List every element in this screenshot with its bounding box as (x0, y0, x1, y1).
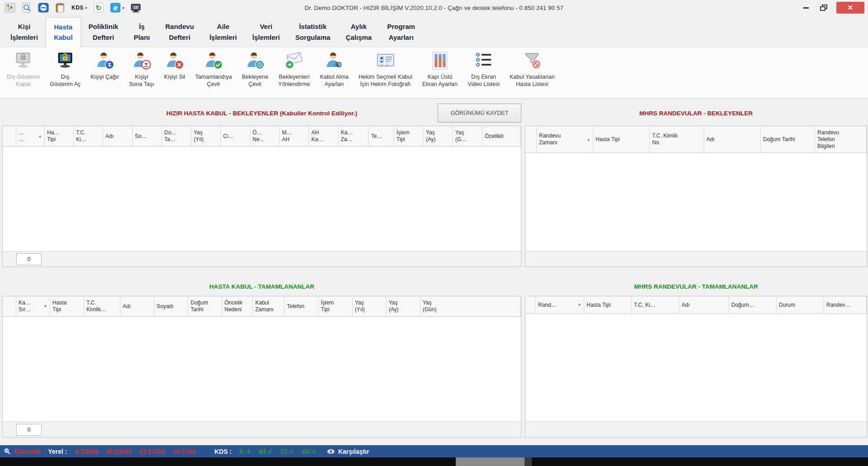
column-ozellikli[interactable]: Özellikli (482, 126, 521, 146)
column-cinsiyet[interactable]: Ci… (221, 126, 250, 146)
dropdown-caret-icon[interactable]: ▾ (122, 5, 124, 10)
column-randevu-zamani[interactable]: Rand…▼ (536, 296, 584, 314)
svg-text:↺: ↺ (134, 5, 138, 10)
column-ah-kabul[interactable]: AH Ka… (309, 126, 339, 146)
column-kabul-sirasi[interactable]: Ka… Sır…▼ (16, 296, 50, 316)
sort-descending-icon: ▼ (42, 304, 48, 309)
tab-aylik-calisma[interactable]: Aylık Çalışma (338, 17, 380, 47)
column-hasta-tipi[interactable]: Hasta Tipi (593, 126, 650, 152)
column-yas-gun[interactable]: Yaş (G… (453, 126, 482, 146)
monitor-lock-icon (13, 50, 33, 71)
section-title-mhrs-tamamlananlar: MHRS RANDEVULAR - TAMAMLANANLAR (634, 283, 758, 290)
kds-dropdown[interactable]: KDS▾ (72, 2, 87, 14)
column-kabul-zamani[interactable]: Kabul Zamanı (253, 296, 285, 316)
ribbon-toolbar: Dış Gösterim KapatDış Gösterim AçKişiyi … (0, 47, 868, 99)
taskbar-item[interactable] (525, 457, 532, 466)
column-mevcut-ah[interactable]: M… AH (280, 126, 309, 146)
column-islem-tipi[interactable]: İşlem Tipi (394, 126, 424, 146)
toolbar-bekleyene-cevir[interactable]: Bekleyene Çevir (237, 49, 273, 88)
svg-text:↻: ↻ (95, 4, 101, 12)
toolbar-kabul-alma-ayarlari[interactable]: ⚙Kabul Alma Ayarları (315, 49, 353, 88)
column-adi[interactable]: Adı (103, 126, 133, 146)
teamviewer-icon[interactable] (38, 2, 49, 14)
column-islem-tipi[interactable]: İşlem Tipi (319, 296, 353, 316)
column-tc-kimlik[interactable]: T.C. Ki… (74, 126, 103, 146)
column-adi[interactable]: Adı (704, 126, 761, 152)
toolbar-tamamlandiya-cevir[interactable]: Tamamlandıya Çevir (190, 49, 237, 88)
column-tc-kimlik-no[interactable]: T.C. Kimlik No (650, 126, 704, 152)
column-soyadi[interactable]: Soyadı (154, 296, 188, 316)
column-dogum-tarihi[interactable]: Do… Ta… (162, 126, 191, 146)
table-footer (525, 422, 867, 437)
column-kabul-zamani[interactable]: Ka… Za… (339, 126, 369, 146)
internet-explorer-icon[interactable]: e▾ (110, 2, 124, 14)
column-yas-gun[interactable]: Yaş (Gün) (420, 296, 521, 316)
toolbar-kabul-yasaklanan[interactable]: Kabul Yasaklanan Hasta Listesi (505, 49, 560, 88)
column-oncelik-nedeni[interactable]: Öncelik Nedeni (222, 296, 253, 316)
close-button[interactable]: ✕ (836, 2, 864, 14)
tab-istatistik-sorgulama[interactable]: İstatistik Sorgulama (287, 17, 338, 47)
toolbar-hekim-fotografi[interactable]: Hekim Seçmeli Kabul İçin Hekim Fotoğrafı (353, 49, 417, 88)
column-dogum-tarihi[interactable]: Doğum Tarihi (188, 296, 222, 316)
tab-program-ayarlari[interactable]: Program Ayarları (379, 17, 423, 47)
column-dogum-tarihi[interactable]: Doğum Tarihi (761, 126, 815, 152)
table-body-empty[interactable] (525, 153, 867, 251)
title-bar: KDS▾↻e▾↺ Dr. Demo DOKTOR - HIZIR BİLİŞİM… (0, 0, 868, 15)
column-yas-ay[interactable]: Yaş (Ay) (424, 126, 453, 146)
screen-share-icon[interactable]: ↺ (130, 2, 141, 14)
column-yas-yil[interactable]: Yaş (Yıl) (353, 296, 386, 316)
toolbar-kisiyi-cagir[interactable]: Kişiyi Çağır (86, 49, 124, 81)
column-telefon[interactable]: Te… (369, 126, 394, 146)
toolbar-dis-ekran-video[interactable]: Dış Ekran Video Listesi (463, 49, 505, 88)
column-adi[interactable]: Adı (679, 296, 729, 314)
minimize-button[interactable] (800, 2, 812, 14)
guncelle-link[interactable]: Güncelle (14, 448, 41, 455)
tab-poliklinik-defteri[interactable]: Poliklinik Defteri (81, 17, 126, 47)
app-icon[interactable] (5, 2, 15, 14)
status-bar: Güncelle Yerel : A:33/0/0Bİ:23/0/0Çİ:27/… (0, 445, 868, 457)
preview-search-icon[interactable] (21, 2, 32, 14)
refresh-icon[interactable]: ↻ (93, 2, 104, 14)
toolbar-dis-gosterim-ac[interactable]: Dış Gösterim Aç (45, 49, 86, 88)
tab-hasta-kabul[interactable]: Hasta Kabul (46, 17, 81, 47)
dropdown-caret-icon[interactable]: ▾ (85, 5, 87, 10)
toolbar-bekleyenleri-yonlendirme[interactable]: Bekleyenleri Yönlendirme (273, 49, 315, 88)
tab-kisi-islemleri[interactable]: Kişi İşlemleri (3, 17, 46, 47)
column-telefon[interactable]: Telefon (285, 296, 319, 316)
tab-randevu-defteri[interactable]: Randevu Defteri (157, 17, 201, 47)
column-adi[interactable]: Adı (120, 296, 154, 316)
toolbar-kapi-ustu-ekran[interactable]: Kapı Üstü Ekran Ayarları (417, 49, 463, 88)
column-randevu-zamani[interactable]: Randevu Zamanı▲ (537, 126, 593, 152)
table-body-empty[interactable] (3, 317, 521, 422)
person-call-icon (95, 50, 115, 71)
column-durum[interactable]: Durum (777, 296, 824, 314)
tab-is-plani[interactable]: İş Planı (126, 17, 157, 47)
table-body-empty[interactable] (3, 147, 521, 251)
tab-veri-islemleri[interactable]: Veri İşlemleri (245, 17, 288, 47)
sort-ascending-icon: ▲ (585, 137, 591, 142)
column-soyadi[interactable]: So… (133, 126, 162, 146)
column-yas-ay[interactable]: Yaş (Ay) (386, 296, 420, 316)
karsilastir-button[interactable]: Karşılaştır (338, 448, 369, 455)
column-tc-kimlik[interactable]: T.C. Ki… (632, 296, 679, 314)
column-hasta-tipi[interactable]: Hasta Tipi (50, 296, 84, 316)
column-randevu[interactable]: Randev… (824, 296, 867, 314)
toolbar-kisiyi-sil[interactable]: Kişiyi Sil (159, 49, 191, 81)
tab-aile-islemleri[interactable]: Aile İşlemleri (202, 17, 245, 47)
column-dogum-tarihi[interactable]: Doğum… (729, 296, 777, 314)
clipboard-icon[interactable] (55, 2, 66, 14)
kds-stats: A:-/-Bİ:-/-Çİ:-/-Gİ:-/- (239, 448, 324, 455)
column-yas-yil[interactable]: Yaş (Yıl) (191, 126, 221, 146)
toolbar-kisiyi-sona-tasi[interactable]: Kişiyi Sona Taşı (124, 49, 159, 88)
column-tc-kimlik[interactable]: T.C. Kimlik… (84, 296, 120, 316)
column-hasta-tipi[interactable]: Ha… Tipi (45, 126, 74, 146)
taskbar-item[interactable] (456, 457, 525, 466)
column-hasta-tipi[interactable]: Hasta Tipi (584, 296, 632, 314)
column-kabul-sirasi[interactable]: … …▲ (16, 126, 45, 146)
person-settings-icon: ⚙ (324, 50, 345, 71)
restore-button[interactable] (818, 2, 830, 14)
table-body-empty[interactable] (525, 314, 867, 422)
save-view-button[interactable]: GÖRÜNÜMÜ KAYDET (438, 104, 521, 123)
column-oncelik-nedeni[interactable]: Ö… Ne… (250, 126, 280, 146)
column-randevu-telefon[interactable]: Randevu Telefon Bilgileri (815, 126, 867, 152)
